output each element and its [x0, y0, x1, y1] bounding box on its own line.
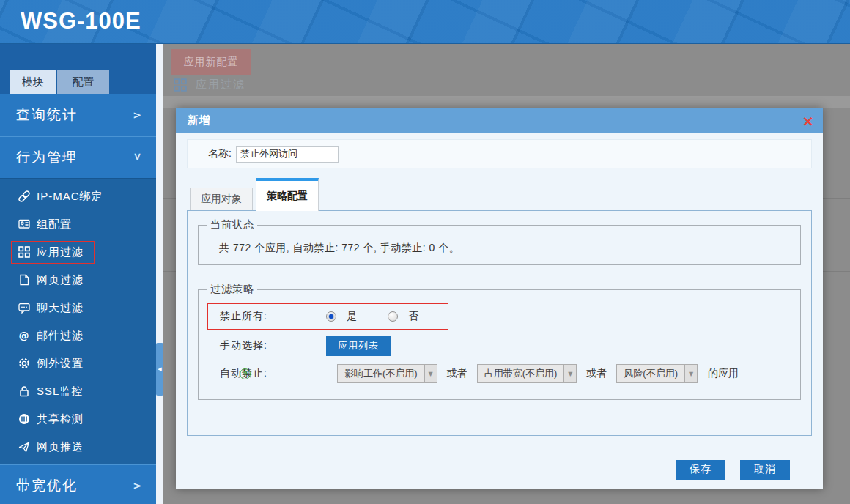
manual-select-label: 手动选择: [220, 339, 326, 352]
tab-policy-config[interactable]: 策略配置 [256, 178, 319, 211]
sidebar-item-label: 组配置 [37, 218, 72, 231]
forbid-all-highlight: 禁止所有: 是 否 [207, 303, 448, 330]
name-label: 名称: [208, 147, 232, 160]
sidebar-item-label: 应用过滤 [37, 245, 84, 259]
radio-option-yes[interactable]: 是 [326, 310, 357, 323]
sidebar-item-网页过滤[interactable]: 网页过滤 [0, 266, 156, 294]
sidebar-tab-bar: 模块 配置 [0, 44, 156, 94]
page-heading: 应用过滤 [174, 78, 245, 92]
cancel-button[interactable]: 取消 [740, 460, 790, 480]
share-icon [18, 413, 30, 426]
radio-no-label: 否 [408, 310, 418, 323]
save-button[interactable]: 保存 [676, 460, 725, 480]
sidebar-group-bandwidth-opt[interactable]: 带宽优化> [0, 464, 156, 504]
sidebar-item-邮件过滤[interactable]: @邮件过滤 [0, 322, 156, 349]
status-summary: 共 772 个应用, 自动禁止: 772 个, 手动禁止: 0 个。 [199, 231, 800, 255]
sidebar-item-label: 网页过滤 [37, 273, 84, 287]
application-window: WSG-100E 模块 配置 查询统计>行为管理> IP-MAC绑定组配置应用过… [0, 0, 850, 504]
dimmed-toolbar-band [163, 96, 850, 108]
sidebar-item-聊天过滤[interactable]: 聊天过滤 [0, 294, 156, 322]
dialog-body: 名称: 应用对象 策略配置 当前状态 共 772 个应用, 自动禁止: 772 … [176, 139, 823, 495]
sidebar-group-label: 行为管理 [16, 148, 78, 167]
radio-no-button[interactable] [388, 311, 398, 322]
app-title: WSG-100E [21, 0, 141, 44]
filter-policy-legend: 过滤策略 [207, 283, 257, 296]
sidebar-submenu: IP-MAC绑定组配置应用过滤网页过滤聊天过滤@邮件过滤例外设置SSL监控共享检… [0, 179, 156, 464]
auto-forbid-select-2[interactable]: 风险(不启用)▼ [616, 364, 698, 383]
auto-forbid-select-0[interactable]: 影响工作(不启用)▼ [337, 364, 437, 383]
page-icon [18, 274, 30, 286]
gear-icon [18, 357, 30, 370]
or-text: 或者 [447, 367, 468, 380]
sidebar-item-应用过滤[interactable]: 应用过滤 [0, 238, 156, 266]
current-status-fieldset: 当前状态 共 772 个应用, 自动禁止: 772 个, 手动禁止: 0 个。 [198, 218, 801, 265]
radio-yes-label: 是 [347, 310, 357, 323]
sidebar-item-网页推送[interactable]: 网页推送 [0, 433, 156, 461]
sidebar-item-label: 例外设置 [37, 357, 84, 371]
sidebar-group-label: 查询统计 [16, 105, 78, 125]
auto-forbid-label: 自动禁止: [220, 367, 326, 380]
sidebar-item-label: 共享检测 [37, 412, 84, 426]
sidebar-item-共享检测[interactable]: 共享检测 [0, 405, 156, 433]
sidebar-item-label: IP-MAC绑定 [37, 190, 103, 204]
current-status-legend: 当前状态 [207, 218, 257, 231]
close-icon[interactable]: × [802, 114, 814, 128]
app-list-button[interactable]: 应用列表 [326, 336, 391, 356]
sidebar-item-label: 邮件过滤 [37, 329, 84, 343]
sidebar-item-label: 网页推送 [37, 440, 84, 454]
page-title: 应用过滤 [196, 78, 245, 92]
sidebar-item-组配置[interactable]: 组配置 [0, 210, 156, 238]
radio-yes-button[interactable] [326, 311, 336, 322]
tab-modules[interactable]: 模块 [10, 70, 56, 94]
left-arrow-icon: ◀ [158, 366, 161, 372]
select-value: 占用带宽(不启用) [478, 365, 564, 382]
chevron-down-icon[interactable]: ▼ [684, 365, 697, 382]
apply-new-config-button: 应用新配置 [171, 49, 251, 75]
chevron-down-icon[interactable]: ▼ [424, 365, 437, 382]
policy-config-panel: 当前状态 共 772 个应用, 自动禁止: 772 个, 手动禁止: 0 个。 … [187, 210, 812, 436]
grid-icon [18, 246, 30, 259]
radio-option-no[interactable]: 否 [388, 310, 418, 323]
sidebar-group-behavior-mgmt[interactable]: 行为管理> [0, 136, 156, 179]
link-icon [18, 190, 30, 203]
sidebar-group-query-stats[interactable]: 查询统计> [0, 94, 156, 136]
sidebar-collapse-strip: ◀ [156, 44, 163, 504]
auto-forbid-row: 自动禁止: ? 影响工作(不启用)▼或者占用带宽(不启用)▼或者风险(不启用)▼… [220, 364, 800, 383]
sidebar-item-IP-MAC绑定[interactable]: IP-MAC绑定 [0, 182, 156, 210]
chevron-right-icon: > [133, 109, 143, 121]
select-value: 风险(不启用) [617, 365, 684, 382]
dialog-title: 新增 [188, 114, 211, 127]
tab-config[interactable]: 配置 [57, 70, 109, 94]
grid-icon [174, 78, 187, 92]
chevron-down-icon[interactable]: ▼ [563, 365, 576, 382]
tab-app-objects[interactable]: 应用对象 [190, 188, 253, 210]
sidebar-item-SSL监控[interactable]: SSL监控 [0, 377, 156, 405]
name-input[interactable] [236, 146, 339, 163]
dimmed-content-area: 应用新配置 应用过滤 新增 × 名称: 应用对象 [163, 44, 850, 504]
chat-icon [18, 302, 30, 314]
sidebar-item-label: 聊天过滤 [37, 301, 84, 315]
mail-icon: @ [18, 330, 30, 342]
sidebar-group-label: 带宽优化 [16, 476, 78, 495]
sidebar-collapse-handle[interactable]: ◀ [156, 343, 163, 396]
svg-text:@: @ [18, 330, 29, 341]
group-icon [18, 218, 30, 231]
add-dialog: 新增 × 名称: 应用对象 策略配置 当前状态 共 772 个应用, 自动禁止:… [176, 108, 823, 489]
dialog-tab-bar: 应用对象 策略配置 [187, 178, 812, 210]
sidebar-item-例外设置[interactable]: 例外设置 [0, 349, 156, 377]
lock-icon [18, 385, 30, 398]
filter-policy-fieldset: 过滤策略 禁止所有: 是 否 [198, 283, 801, 400]
sidebar-item-label: SSL监控 [37, 385, 83, 399]
send-icon [18, 441, 30, 453]
or-text: 或者 [586, 367, 607, 380]
dialog-footer: 保存 取消 [176, 444, 823, 495]
chevron-right-icon: > [133, 480, 143, 492]
dialog-header: 新增 × [176, 108, 823, 133]
auto-forbid-select-1[interactable]: 占用带宽(不启用)▼ [477, 364, 577, 383]
top-banner: WSG-100E [0, 0, 850, 44]
sidebar: 模块 配置 查询统计>行为管理> IP-MAC绑定组配置应用过滤网页过滤聊天过滤… [0, 44, 156, 504]
select-value: 影响工作(不启用) [338, 365, 424, 382]
chevron-down-icon: > [132, 152, 144, 163]
name-row: 名称: [187, 139, 812, 168]
help-icon[interactable]: ? [240, 368, 251, 379]
